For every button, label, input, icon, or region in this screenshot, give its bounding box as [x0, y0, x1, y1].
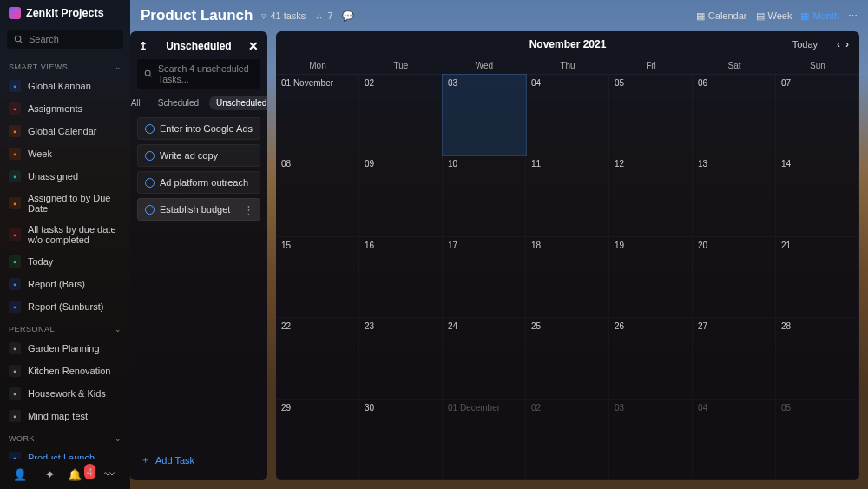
task-item[interactable]: Ad platform outreach [137, 171, 260, 194]
task-label: Write ad copy [160, 150, 218, 161]
calendar-cell[interactable]: 25 [526, 318, 609, 399]
search-placeholder: Search [29, 34, 59, 44]
calendar-cell[interactable]: 02 [526, 400, 609, 480]
user-avatar-icon[interactable]: 👤 [12, 466, 28, 482]
calendar-cell[interactable]: 28 [776, 318, 859, 399]
calendar-cell[interactable]: 03 [609, 400, 693, 480]
list-icon: ▪ [9, 228, 21, 241]
calendar-cell[interactable]: 05 [609, 75, 693, 155]
calendar-cell[interactable]: 29 [276, 400, 359, 480]
task-checkbox[interactable] [145, 124, 155, 134]
calendar-cell[interactable]: 15 [276, 237, 359, 318]
view-month[interactable]: ▦ Month [800, 10, 839, 22]
sidebar-item[interactable]: ▪Product Launch [0, 446, 130, 459]
day-header: Fri [609, 57, 693, 74]
search-icon [14, 35, 23, 44]
calendar-cell[interactable]: 02 [359, 75, 443, 155]
section-work[interactable]: WORK ⌄ [0, 427, 130, 446]
calendar-cell[interactable]: 05 [776, 400, 859, 480]
calendar-cell[interactable]: 11 [526, 155, 609, 236]
filter-unscheduled[interactable]: Unscheduled [209, 96, 267, 110]
calendar-cell[interactable]: 30 [359, 400, 443, 480]
task-checkbox[interactable] [145, 205, 155, 215]
sidebar-item[interactable]: ▪Today [0, 250, 130, 273]
sidebar-item[interactable]: ▪Week [0, 142, 130, 165]
calendar-cell[interactable]: 21 [776, 237, 859, 318]
section-smart-views[interactable]: SMART VIEWS ⌄ [0, 56, 130, 75]
list-icon: ▪ [9, 255, 21, 268]
add-task-button[interactable]: ＋ Add Task [137, 446, 260, 473]
calendar-cell[interactable]: 01 December [443, 400, 526, 480]
list-icon: ▪ [9, 301, 21, 313]
sidebar-item[interactable]: ▪Report (Bars) [0, 273, 130, 295]
sidebar-item[interactable]: ▪Assigned to by Due Date [0, 188, 130, 219]
calendar-cell[interactable]: 09 [359, 155, 443, 236]
calendar-cell[interactable]: 14 [776, 155, 859, 236]
close-icon[interactable]: ✕ [248, 39, 259, 53]
task-item[interactable]: Enter into Google Ads [137, 117, 260, 140]
section-personal[interactable]: PERSONAL ⌄ [0, 318, 130, 337]
sidebar-item[interactable]: ▪Housework & Kids [0, 382, 130, 405]
calendar-cell[interactable]: 20 [693, 237, 776, 318]
filter-tasks[interactable]: ▿ 41 tasks [261, 10, 306, 22]
calendar-cell[interactable]: 03 [443, 75, 526, 155]
app-logo-row: Zenkit Projects [0, 0, 130, 26]
sidebar-item[interactable]: ▪Report (Sunburst) [0, 295, 130, 318]
sidebar-item[interactable]: ▪Kitchen Renovation [0, 360, 130, 382]
view-switcher: ▦ Calendar ▤ Week ▦ Month ⋯ [696, 10, 858, 22]
calendar-cell[interactable]: 13 [693, 155, 776, 236]
app-name: Zenkit Projects [26, 7, 104, 19]
unscheduled-search[interactable]: Search 4 unscheduled Tasks... [137, 59, 260, 89]
calendar-cell[interactable]: 19 [609, 237, 693, 318]
sidebar-item[interactable]: ▪Global Kanban [0, 75, 130, 97]
view-calendar[interactable]: ▦ Calendar [696, 10, 747, 22]
apps-icon[interactable]: ✦ [43, 466, 58, 482]
task-item[interactable]: Establish budget⋮ [137, 198, 260, 221]
calendar-day-headers: MonTueWedThuFriSatSun [276, 57, 859, 75]
chat-icon[interactable]: 💬 [342, 10, 354, 22]
calendar-cell[interactable]: 18 [526, 237, 609, 318]
sidebar-item-label: Today [28, 256, 53, 267]
sidebar-bottom-bar: 👤 ✦ 🔔4 〰 [0, 459, 130, 489]
calendar-cell[interactable]: 04 [693, 400, 776, 480]
plus-icon: ＋ [141, 453, 150, 466]
calendar-cell[interactable]: 10 [443, 155, 526, 236]
sidebar-search[interactable]: Search [7, 30, 123, 49]
task-menu-icon[interactable]: ⋮ [243, 204, 254, 215]
calendar-cell[interactable]: 26 [609, 318, 693, 399]
calendar-cell[interactable]: 12 [609, 155, 693, 236]
today-button[interactable]: Today [792, 39, 818, 50]
more-icon[interactable]: ⋯ [848, 10, 858, 22]
list-icon: ▪ [9, 387, 21, 400]
activity-icon[interactable]: 〰 [102, 466, 118, 482]
calendar-cell[interactable]: 06 [693, 75, 776, 155]
calendar-cell[interactable]: 17 [443, 237, 526, 318]
unscheduled-panel: ↥ Unscheduled ✕ Search 4 unscheduled Tas… [130, 31, 267, 480]
sidebar-item[interactable]: ▪Assignments [0, 97, 130, 120]
collapse-icon[interactable]: ↥ [139, 40, 148, 52]
calendar-cell[interactable]: 07 [776, 75, 859, 155]
sidebar-item[interactable]: ▪Global Calendar [0, 120, 130, 142]
sidebar-item[interactable]: ▪Mind map test [0, 405, 130, 427]
calendar-cell[interactable]: 27 [693, 318, 776, 399]
notifications-icon[interactable]: 🔔4 [72, 466, 88, 482]
task-item[interactable]: Write ad copy [137, 144, 260, 167]
calendar-cell[interactable]: 16 [359, 237, 443, 318]
task-checkbox[interactable] [145, 178, 155, 188]
people-count[interactable]: ⛬ 7 [314, 10, 332, 21]
calendar-cell[interactable]: 24 [443, 318, 526, 399]
sidebar-item[interactable]: ▪Garden Planning [0, 337, 130, 360]
task-checkbox[interactable] [145, 151, 155, 161]
sidebar-item[interactable]: ▪All tasks by due date w/o completed [0, 219, 130, 250]
filter-scheduled[interactable]: Scheduled [151, 96, 206, 110]
calendar-cell[interactable]: 04 [526, 75, 609, 155]
calendar-cell[interactable]: 08 [276, 155, 359, 236]
calendar-cell[interactable]: 22 [276, 318, 359, 399]
calendar-cell[interactable]: 01 November [276, 75, 359, 155]
filter-all[interactable]: All [130, 96, 148, 110]
prev-month-icon[interactable]: ‹ [837, 38, 840, 50]
sidebar-item[interactable]: ▪Unassigned [0, 165, 130, 188]
view-week[interactable]: ▤ Week [756, 10, 792, 22]
calendar-cell[interactable]: 23 [359, 318, 443, 399]
next-month-icon[interactable]: › [845, 38, 849, 50]
